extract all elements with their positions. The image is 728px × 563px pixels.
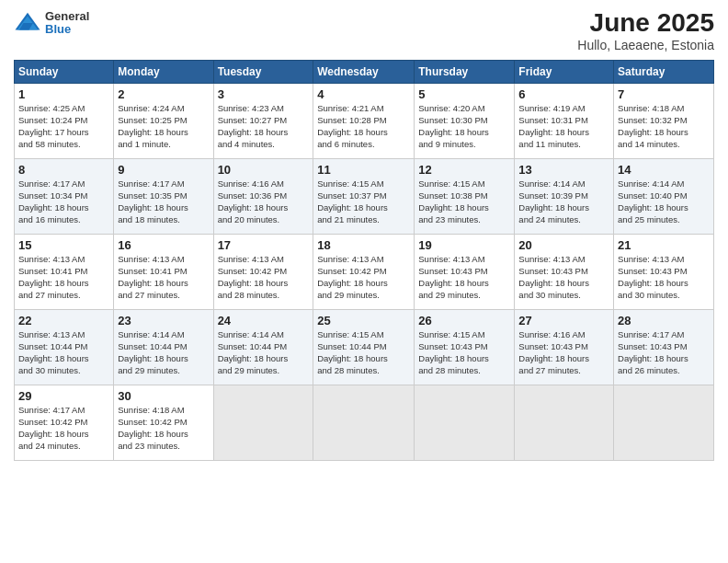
day-info-line: and 9 minutes. <box>418 139 510 151</box>
day-number: 24 <box>218 313 310 329</box>
day-number: 4 <box>317 86 410 103</box>
day-number: 2 <box>118 86 209 103</box>
day-number: 18 <box>317 237 410 254</box>
day-info-line: Daylight: 18 hours <box>118 202 209 214</box>
calendar-cell <box>614 385 714 460</box>
day-info-line: Sunset: 10:37 PM <box>317 190 410 202</box>
calendar-title: June 2025 <box>577 9 714 38</box>
calendar-cell: 20Sunrise: 4:13 AMSunset: 10:43 PMDaylig… <box>515 234 614 309</box>
day-number: 14 <box>618 162 710 178</box>
header: General Blue June 2025 Hullo, Laeaene, E… <box>14 9 714 52</box>
day-number: 6 <box>518 86 609 103</box>
day-number: 11 <box>317 162 410 178</box>
calendar-cell: 25Sunrise: 4:15 AMSunset: 10:44 PMDaylig… <box>313 309 415 385</box>
day-info-line: Sunrise: 4:20 AM <box>418 103 510 115</box>
day-info-line: Sunrise: 4:13 AM <box>118 254 209 266</box>
day-info-line: Sunset: 10:32 PM <box>618 115 710 127</box>
logo-text: General Blue <box>45 10 89 37</box>
day-info-line: Daylight: 18 hours <box>518 353 609 365</box>
day-info-line: Daylight: 18 hours <box>418 353 510 365</box>
week-row-4: 22Sunrise: 4:13 AMSunset: 10:44 PMDaylig… <box>15 309 714 385</box>
weekday-header-row: SundayMondayTuesdayWednesdayThursdayFrid… <box>15 60 714 83</box>
day-info-line: Daylight: 18 hours <box>118 278 209 290</box>
day-info-line: Daylight: 18 hours <box>317 127 410 139</box>
title-block: June 2025 Hullo, Laeaene, Estonia <box>577 9 714 52</box>
logo: General Blue <box>14 9 89 37</box>
calendar-cell: 26Sunrise: 4:15 AMSunset: 10:43 PMDaylig… <box>415 309 515 385</box>
day-info-line: and 27 minutes. <box>518 365 609 377</box>
calendar-cell: 24Sunrise: 4:14 AMSunset: 10:44 PMDaylig… <box>213 309 313 385</box>
day-number: 30 <box>118 388 209 405</box>
day-info-line: Daylight: 18 hours <box>618 127 710 139</box>
calendar-cell: 23Sunrise: 4:14 AMSunset: 10:44 PMDaylig… <box>114 309 213 385</box>
day-info-line: Sunset: 10:40 PM <box>618 190 710 202</box>
weekday-header-saturday: Saturday <box>614 60 714 83</box>
day-number: 15 <box>18 237 109 254</box>
day-info-line: Sunset: 10:35 PM <box>118 190 209 202</box>
day-info-line: and 21 minutes. <box>317 214 410 226</box>
day-info-line: and 11 minutes. <box>518 139 609 151</box>
day-info-line: Daylight: 18 hours <box>518 278 609 290</box>
day-info-line: and 27 minutes. <box>118 290 209 302</box>
calendar-cell: 17Sunrise: 4:13 AMSunset: 10:42 PMDaylig… <box>213 234 313 309</box>
day-number: 10 <box>218 162 310 178</box>
day-info-line: Sunset: 10:31 PM <box>518 115 609 127</box>
day-info-line: Daylight: 18 hours <box>317 353 410 365</box>
day-info-line: Sunset: 10:25 PM <box>118 115 209 127</box>
calendar-cell: 15Sunrise: 4:13 AMSunset: 10:41 PMDaylig… <box>15 234 114 309</box>
day-info-line: and 16 minutes. <box>18 214 109 226</box>
calendar-cell: 28Sunrise: 4:17 AMSunset: 10:43 PMDaylig… <box>614 309 714 385</box>
calendar-cell: 1Sunrise: 4:25 AMSunset: 10:24 PMDayligh… <box>15 83 114 158</box>
day-info-line: Daylight: 18 hours <box>18 353 109 365</box>
day-info-line: and 29 minutes. <box>317 290 410 302</box>
day-info-line: Sunset: 10:44 PM <box>317 341 410 353</box>
weekday-header-monday: Monday <box>114 60 213 83</box>
day-info-line: Sunrise: 4:23 AM <box>218 103 310 115</box>
logo-general: General <box>45 10 89 23</box>
day-info-line: Sunset: 10:44 PM <box>18 341 109 353</box>
day-info-line: and 18 minutes. <box>118 214 209 226</box>
day-info-line: Sunset: 10:36 PM <box>218 190 310 202</box>
day-info-line: Sunrise: 4:15 AM <box>418 329 510 341</box>
day-info-line: and 30 minutes. <box>618 290 710 302</box>
day-info-line: Sunrise: 4:15 AM <box>317 178 410 190</box>
day-info-line: Daylight: 18 hours <box>118 429 209 441</box>
day-info-line: Sunrise: 4:14 AM <box>218 329 310 341</box>
page: General Blue June 2025 Hullo, Laeaene, E… <box>0 0 728 563</box>
day-number: 8 <box>18 162 109 178</box>
day-info-line: and 24 minutes. <box>518 214 609 226</box>
day-number: 19 <box>418 237 510 254</box>
calendar-cell: 6Sunrise: 4:19 AMSunset: 10:31 PMDayligh… <box>515 83 614 158</box>
day-info-line: and 28 minutes. <box>317 365 410 377</box>
day-info-line: Sunrise: 4:18 AM <box>118 405 209 417</box>
calendar-cell: 7Sunrise: 4:18 AMSunset: 10:32 PMDayligh… <box>614 83 714 158</box>
day-info-line: Sunrise: 4:24 AM <box>118 103 209 115</box>
day-info-line: Sunrise: 4:14 AM <box>518 178 609 190</box>
day-info-line: Daylight: 18 hours <box>218 127 310 139</box>
weekday-header-friday: Friday <box>515 60 614 83</box>
day-info-line: Sunset: 10:24 PM <box>18 115 109 127</box>
logo-icon <box>14 9 41 37</box>
day-number: 1 <box>18 86 109 103</box>
day-number: 20 <box>518 237 609 254</box>
day-info-line: and 4 minutes. <box>218 139 310 151</box>
day-number: 25 <box>317 313 410 329</box>
day-info-line: Daylight: 18 hours <box>618 278 710 290</box>
day-info-line: and 14 minutes. <box>618 139 710 151</box>
day-info-line: Sunset: 10:41 PM <box>18 266 109 278</box>
day-info-line: and 26 minutes. <box>618 365 710 377</box>
day-info-line: and 1 minute. <box>118 139 209 151</box>
day-info-line: Sunset: 10:44 PM <box>218 341 310 353</box>
day-info-line: Sunrise: 4:13 AM <box>418 254 510 266</box>
day-info-line: Sunrise: 4:13 AM <box>618 254 710 266</box>
day-number: 17 <box>218 237 310 254</box>
day-info-line: Sunrise: 4:13 AM <box>518 254 609 266</box>
logo-blue: Blue <box>45 23 89 36</box>
day-info-line: Sunset: 10:41 PM <box>118 266 209 278</box>
day-info-line: Sunset: 10:42 PM <box>218 266 310 278</box>
calendar-table: SundayMondayTuesdayWednesdayThursdayFrid… <box>14 60 714 461</box>
day-info-line: Daylight: 18 hours <box>317 278 410 290</box>
day-info-line: Sunset: 10:42 PM <box>317 266 410 278</box>
day-info-line: Sunrise: 4:13 AM <box>317 254 410 266</box>
day-info-line: Daylight: 18 hours <box>418 127 510 139</box>
